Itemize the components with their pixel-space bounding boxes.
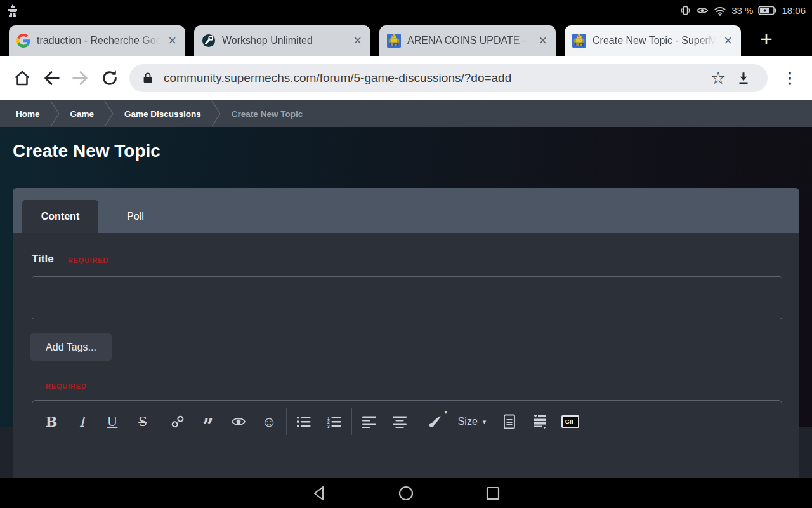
toolbar-divider xyxy=(417,408,417,435)
tab-content[interactable]: Content xyxy=(22,200,98,233)
bookmark-star-icon: ☆ xyxy=(710,70,726,87)
composer-tab-bar: Content Poll xyxy=(13,188,799,233)
mech-notification-icon xyxy=(6,4,19,17)
bullet-list-icon xyxy=(297,415,311,428)
topic-title-input[interactable] xyxy=(32,276,782,319)
notification-area xyxy=(6,4,19,17)
breadcrumb-game-discussions[interactable]: Game Discussions xyxy=(124,109,201,119)
tab-title: Create New Topic - SuperM xyxy=(593,35,720,46)
numbered-list-icon: 123 xyxy=(327,415,341,428)
title-label: Title xyxy=(32,253,54,265)
title-field-label-row: Title REQUIRED xyxy=(32,253,108,265)
svg-text:3: 3 xyxy=(327,424,330,429)
home-icon xyxy=(13,69,32,88)
strikethrough-button[interactable]: S xyxy=(128,408,158,436)
tab-title: ARENA COINS UPDATE - G xyxy=(407,35,535,46)
text-color-button[interactable]: ▾ xyxy=(419,408,450,436)
quote-button[interactable]: ” xyxy=(193,408,223,436)
chevron-right-icon xyxy=(211,100,221,127)
bold-icon: B xyxy=(46,413,58,430)
bold-button[interactable]: B xyxy=(36,408,67,436)
reload-button[interactable] xyxy=(95,64,124,93)
forward-button[interactable] xyxy=(66,64,95,93)
bookmark-button[interactable]: ☆ xyxy=(705,65,731,91)
insert-template-button[interactable] xyxy=(525,408,555,436)
editor-toolbar: B I U S ” xyxy=(32,401,782,443)
brush-icon xyxy=(427,414,442,429)
breadcrumb-game[interactable]: Game xyxy=(70,109,95,119)
android-nav-bar xyxy=(0,478,812,508)
tab-google-search[interactable]: traduction - Recherche Goo × xyxy=(9,25,185,56)
link-button[interactable] xyxy=(162,408,193,436)
insert-page-button[interactable] xyxy=(494,408,525,436)
lock-icon xyxy=(141,70,155,86)
close-icon[interactable]: × xyxy=(350,34,365,48)
eye-comfort-icon xyxy=(696,6,709,15)
numbered-list-button[interactable]: 123 xyxy=(319,408,350,436)
status-bar: 33 % 18:06 xyxy=(0,0,812,21)
align-center-icon xyxy=(393,415,407,428)
google-g-icon xyxy=(16,34,30,48)
tab-create-new-topic[interactable]: Create New Topic - SuperM × xyxy=(565,25,741,56)
forward-arrow-icon xyxy=(71,69,90,88)
caret-down-icon: ▾ xyxy=(444,409,447,415)
wifi-icon xyxy=(714,6,726,16)
browser-toolbar: community.supermechs.com/forum/5-game-di… xyxy=(0,56,812,100)
kebab-menu-icon: ⋮ xyxy=(782,69,797,87)
breadcrumb-home[interactable]: Home xyxy=(16,109,40,119)
add-tags-button[interactable]: Add Tags... xyxy=(30,333,112,361)
size-label: Size xyxy=(458,416,478,427)
italic-icon: I xyxy=(79,414,85,430)
bullet-list-button[interactable] xyxy=(289,408,319,436)
url-text: community.supermechs.com/forum/5-game-di… xyxy=(164,71,705,85)
quote-icon: ” xyxy=(202,423,213,429)
align-left-button[interactable] xyxy=(354,408,384,436)
android-screen: 33 % 18:06 traduction - Recherche Goo × xyxy=(0,0,812,508)
italic-button[interactable]: I xyxy=(67,408,97,436)
close-icon[interactable]: × xyxy=(164,34,180,48)
tab-arena-coins-update[interactable]: ARENA COINS UPDATE - G × xyxy=(379,25,556,56)
page-title: Create New Topic xyxy=(13,141,160,161)
browser-menu-button[interactable]: ⋮ xyxy=(775,64,804,93)
new-tab-button[interactable]: + xyxy=(760,29,773,48)
underline-button[interactable]: U xyxy=(97,408,128,436)
font-size-dropdown[interactable]: Size ▾ xyxy=(450,408,494,436)
home-button[interactable] xyxy=(8,64,37,93)
body-required-badge: REQUIRED xyxy=(46,382,86,390)
align-center-button[interactable] xyxy=(384,408,415,436)
close-icon[interactable]: × xyxy=(720,34,736,48)
title-required-badge: REQUIRED xyxy=(68,257,108,264)
android-back-icon[interactable] xyxy=(310,484,329,503)
android-recents-icon[interactable] xyxy=(483,484,502,503)
back-button[interactable] xyxy=(37,64,66,93)
breadcrumb: Home Game Game Discussions Create New To… xyxy=(0,100,812,127)
template-block-icon xyxy=(532,415,547,429)
tab-title: Workshop Unlimited xyxy=(222,35,350,46)
preview-button[interactable] xyxy=(223,408,254,436)
toolbar-divider xyxy=(351,408,352,435)
smiley-icon: ☺ xyxy=(261,413,276,431)
create-topic-card: Content Poll Title REQUIRED Add Tags... … xyxy=(13,188,799,478)
tab-workshop-unlimited[interactable]: Workshop Unlimited × xyxy=(194,25,370,56)
tab-poll[interactable]: Poll xyxy=(111,200,160,233)
download-icon xyxy=(735,70,752,86)
tab-title: traduction - Recherche Goo xyxy=(37,35,164,46)
toolbar-divider xyxy=(160,408,160,435)
workshop-gear-icon xyxy=(202,34,216,48)
back-arrow-icon xyxy=(42,69,61,88)
url-bar[interactable]: community.supermechs.com/forum/5-game-di… xyxy=(129,64,768,92)
emoji-button[interactable]: ☺ xyxy=(254,408,284,436)
close-icon[interactable]: × xyxy=(535,34,551,48)
android-home-icon[interactable] xyxy=(396,484,416,503)
status-indicators: 33 % 18:06 xyxy=(680,5,806,16)
toolbar-divider xyxy=(286,408,287,435)
chevron-right-icon xyxy=(104,100,114,127)
breadcrumb-current: Create New Topic xyxy=(232,109,303,119)
gif-icon: GIF xyxy=(561,415,580,428)
supermechs-mech-icon xyxy=(387,34,401,48)
rich-text-editor[interactable]: B I U S ” xyxy=(32,400,782,478)
insert-gif-button[interactable]: GIF xyxy=(555,408,586,436)
download-button[interactable] xyxy=(731,65,756,91)
forum-page: Create New Topic Content Poll Title REQU… xyxy=(0,127,812,478)
document-icon xyxy=(503,414,516,429)
